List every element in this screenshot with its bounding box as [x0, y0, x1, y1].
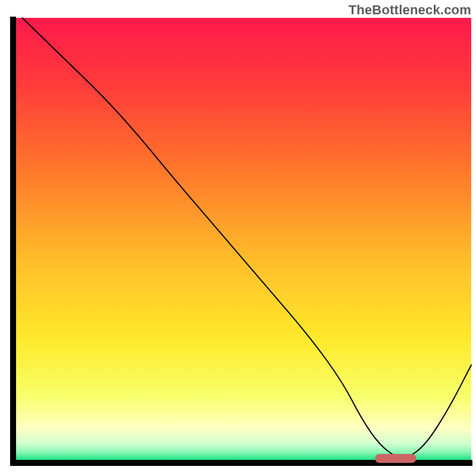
- gradient-background: [13, 18, 471, 463]
- watermark-text: TheBottleneck.com: [349, 2, 471, 18]
- bottleneck-chart: TheBottleneck.com: [0, 0, 476, 476]
- optimal-range: [375, 454, 416, 463]
- chart-plot-area: [0, 0, 476, 476]
